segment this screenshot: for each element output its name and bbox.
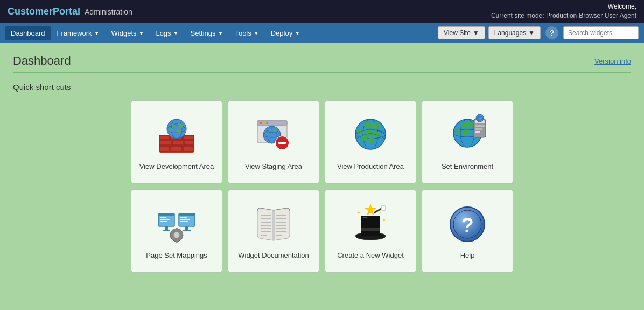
search-input[interactable]: [563, 26, 639, 39]
shortcut-label: View Development Area: [139, 162, 214, 170]
shortcut-label: View Staging Area: [245, 162, 302, 170]
svg-text:✦: ✦: [382, 218, 386, 223]
svg-marker-80: [365, 204, 376, 215]
svg-rect-32: [475, 125, 485, 127]
svg-rect-8: [170, 146, 182, 151]
nav-item-widgets[interactable]: Widgets ▼: [106, 26, 150, 40]
svg-rect-23: [278, 142, 286, 144]
nav-item-tools[interactable]: Tools ▼: [229, 26, 264, 40]
staging-icon: [252, 114, 295, 157]
page-title: Dashboard: [13, 54, 71, 68]
svg-rect-40: [160, 217, 166, 218]
view-site-button[interactable]: View Site ▼: [438, 26, 485, 39]
chevron-down-icon: ▼: [218, 30, 223, 36]
svg-rect-14: [257, 120, 287, 126]
create-icon: ✦ ✦ ✦: [349, 203, 392, 246]
chevron-down-icon: ▼: [254, 30, 259, 36]
shortcut-widget-docs[interactable]: Widget Documentation: [228, 189, 319, 273]
svg-text:✦: ✦: [356, 210, 361, 216]
help-button[interactable]: ?: [545, 26, 559, 40]
brand-name: CustomerPortal: [8, 6, 80, 17]
main-content: Dashboard Version info Quick short cuts: [0, 43, 644, 284]
svg-rect-39: [163, 230, 170, 231]
svg-rect-60: [272, 210, 275, 240]
svg-rect-38: [165, 226, 168, 230]
svg-rect-47: [180, 217, 187, 218]
svg-rect-48: [180, 219, 190, 220]
chevron-down-icon: ▼: [94, 30, 100, 36]
quick-shortcuts-label: Quick short cuts: [13, 82, 631, 92]
svg-rect-41: [160, 219, 170, 220]
shortcuts-grid: View Development Area: [131, 100, 513, 273]
chevron-down-icon: ▼: [173, 30, 179, 36]
shortcut-label: View Production Area: [337, 162, 404, 170]
nav-item-logs[interactable]: Logs ▼: [150, 26, 184, 40]
svg-rect-54: [180, 234, 183, 236]
svg-rect-33: [475, 128, 482, 130]
site-mode: Current site mode: Production-Browser Us…: [491, 11, 636, 20]
languages-button[interactable]: Languages ▼: [488, 26, 541, 39]
chevron-down-icon: ▼: [295, 30, 300, 36]
top-header: CustomerPortal Administration Welcome, C…: [0, 0, 644, 23]
shortcut-help[interactable]: ? Help: [422, 189, 513, 273]
version-info-link[interactable]: Version info: [594, 57, 631, 65]
admin-label: Administration: [85, 8, 132, 16]
docs-icon: [252, 203, 295, 246]
user-info: Welcome, Current site mode: Production-B…: [491, 2, 636, 20]
svg-rect-55: [171, 234, 173, 236]
chevron-down-icon: ▼: [528, 29, 535, 37]
help-card-icon: ?: [446, 203, 489, 246]
shortcut-view-staging[interactable]: View Staging Area: [228, 100, 319, 184]
shortcut-set-environment[interactable]: Set Environment: [422, 100, 513, 184]
shortcut-page-set-mappings[interactable]: Page Set Mappings: [131, 189, 222, 273]
shortcut-label: Set Environment: [442, 162, 493, 170]
page-title-row: Dashboard Version info: [13, 54, 631, 73]
shortcut-label: Page Set Mappings: [146, 251, 207, 259]
shortcut-view-dev[interactable]: View Development Area: [131, 100, 222, 184]
svg-point-51: [173, 232, 180, 238]
shortcut-label: Widget Documentation: [238, 251, 309, 259]
svg-rect-76: [361, 216, 380, 236]
svg-text:?: ?: [461, 214, 473, 237]
mappings-icon: [155, 203, 198, 246]
svg-rect-3: [183, 135, 194, 140]
svg-rect-44: [179, 213, 195, 216]
svg-rect-6: [184, 141, 194, 145]
svg-rect-42: [160, 221, 167, 222]
svg-point-17: [266, 122, 268, 124]
brand-area: CustomerPortal Administration: [8, 6, 132, 17]
dev-icon: [155, 114, 198, 157]
shortcut-label: Create a New Widget: [337, 251, 404, 259]
welcome-text: Welcome,: [491, 2, 636, 11]
svg-rect-45: [185, 226, 188, 230]
chevron-down-icon: ▼: [139, 30, 144, 36]
nav-item-dashboard[interactable]: Dashboard: [5, 26, 51, 40]
svg-rect-9: [183, 146, 194, 151]
chevron-down-icon: ▼: [473, 29, 479, 37]
nav-item-framework[interactable]: Framework ▼: [52, 26, 105, 40]
nav-item-settings[interactable]: Settings ▼: [185, 26, 229, 40]
svg-rect-46: [183, 230, 191, 231]
svg-rect-7: [159, 146, 169, 151]
environment-icon: [446, 114, 489, 157]
svg-rect-4: [159, 141, 171, 145]
svg-rect-79: [381, 206, 386, 210]
production-icon: [349, 114, 392, 157]
svg-point-16: [263, 122, 265, 124]
shortcut-label: Help: [460, 251, 475, 259]
svg-rect-49: [180, 221, 188, 222]
svg-rect-52: [176, 228, 178, 230]
svg-rect-53: [176, 240, 178, 243]
svg-rect-1: [159, 135, 169, 140]
shortcut-view-production[interactable]: View Production Area: [325, 100, 416, 184]
svg-point-35: [476, 114, 484, 122]
shortcut-create-widget[interactable]: ✦ ✦ ✦ Create a New Widget: [325, 189, 416, 273]
svg-rect-34: [475, 131, 480, 133]
navbar: Dashboard Framework ▼ Widgets ▼ Logs ▼ S…: [0, 23, 644, 43]
svg-point-15: [260, 122, 262, 124]
svg-rect-5: [172, 141, 183, 145]
nav-item-deploy[interactable]: Deploy ▼: [265, 26, 305, 40]
svg-rect-37: [158, 213, 174, 216]
svg-rect-77: [361, 228, 380, 231]
svg-text:✦: ✦: [379, 211, 382, 214]
